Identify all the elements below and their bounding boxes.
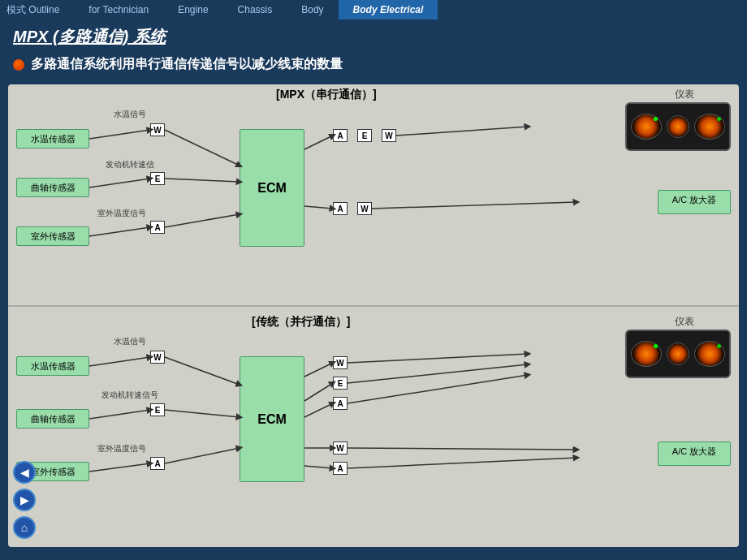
subtitle-row: 多路通信系统利用串行通信传递信号以减少线束的数量 <box>0 53 747 80</box>
top-out-A: A <box>333 129 348 142</box>
bottom-ecm-box: ECM <box>240 356 304 482</box>
top-instrument-cluster <box>625 102 731 151</box>
svg-line-1 <box>165 130 240 166</box>
gauge3 <box>694 114 725 140</box>
top-signal-label-engine: 发动机转速信 <box>106 159 154 170</box>
svg-line-21 <box>348 375 528 403</box>
svg-line-7 <box>396 127 528 136</box>
bottom-signal-label-water: 水温信号 <box>114 336 146 347</box>
svg-line-23 <box>304 466 333 468</box>
subtitle-text: 多路通信系统利用串行通信传递信号以减少线束的数量 <box>31 56 343 73</box>
top-ac-A: A <box>333 202 348 215</box>
gauge-dot1 <box>654 117 658 121</box>
bottom-ac-A: A <box>333 462 348 475</box>
bottom-section: [传统（并行通信）] 仪表 水温传感器 曲轴传感器 室外传感器 <box>8 312 739 535</box>
bottom-nav: ◀ ▶ ⌂ <box>13 461 36 539</box>
nav-item-body-electrical[interactable]: Body Electrical <box>339 0 438 19</box>
svg-line-0 <box>89 130 150 139</box>
top-out-W: W <box>382 129 396 142</box>
svg-line-12 <box>89 410 150 419</box>
bottom-signal-W1: W <box>150 351 165 364</box>
nav-item-body[interactable]: Body <box>287 0 338 19</box>
svg-line-9 <box>372 202 576 209</box>
bottom-gauge-dot1 <box>654 344 658 348</box>
top-signal-W1: W <box>150 123 165 136</box>
nav-prev-button[interactable]: ◀ <box>13 461 36 484</box>
top-crank-sensor: 曲轴传感器 <box>16 178 89 197</box>
bottom-crank-sensor: 曲轴传感器 <box>16 409 89 429</box>
section-divider <box>8 305 739 307</box>
bottom-ac-W: W <box>333 442 348 454</box>
bottom-gauge2 <box>667 342 689 365</box>
svg-line-13 <box>165 410 240 417</box>
top-out-E: E <box>357 129 372 142</box>
svg-line-8 <box>304 206 333 209</box>
svg-line-11 <box>165 357 240 385</box>
nav-item-engine[interactable]: Engine <box>163 0 222 19</box>
bottom-signal-E1: E <box>150 403 165 416</box>
bottom-signal-label-outdoor: 室外温度信号 <box>97 443 146 454</box>
svg-line-2 <box>89 179 150 187</box>
svg-line-5 <box>165 214 240 227</box>
nav-item-outline[interactable]: 模式 Outline <box>0 0 74 19</box>
top-section: [MPX（串行通信）] 仪表 水温传感器 曲轴传感器 室外传感器 <box>8 84 739 308</box>
nav-home-button[interactable]: ⌂ <box>13 516 36 539</box>
top-signal-label-water: 水温信号 <box>114 109 146 120</box>
gauge1 <box>631 114 662 140</box>
svg-line-15 <box>165 448 240 463</box>
svg-line-6 <box>304 136 333 149</box>
bottom-instrument-label: 仪表 <box>675 315 694 329</box>
bottom-water-temp-sensor: 水温传感器 <box>16 356 89 376</box>
top-ecm-box: ECM <box>240 129 304 247</box>
bottom-signal-label-engine: 发动机转速信号 <box>101 390 158 401</box>
nav-item-technician[interactable]: for Technician <box>74 0 163 19</box>
top-signal-A1: A <box>150 221 165 234</box>
bottom-instrument-cluster <box>625 330 731 378</box>
bottom-gauge1 <box>631 341 662 367</box>
bottom-section-label: [传统（并行通信）] <box>252 315 350 330</box>
top-signal-E1: E <box>150 172 165 185</box>
top-signal-label-outdoor: 室外温度信号 <box>97 208 146 219</box>
svg-line-25 <box>348 458 576 468</box>
bottom-signal-A1: A <box>150 457 165 470</box>
bottom-gauge-dot3 <box>717 344 721 348</box>
bottom-out-A: A <box>333 397 348 410</box>
svg-line-16 <box>304 363 333 377</box>
svg-line-10 <box>89 357 150 366</box>
svg-line-19 <box>348 354 528 363</box>
gauge2 <box>667 115 689 138</box>
nav-item-chassis[interactable]: Chassis <box>223 0 287 19</box>
nav-bar: 模式 Outline for Technician Engine Chassis… <box>0 0 747 19</box>
top-ac-amp: A/C 放大器 <box>658 190 731 214</box>
svg-line-18 <box>304 403 333 417</box>
bottom-out-E: E <box>333 377 348 390</box>
top-section-label: [MPX（串行通信）] <box>276 88 377 102</box>
svg-line-20 <box>348 364 528 383</box>
svg-line-17 <box>304 383 333 401</box>
bottom-gauge3 <box>694 341 725 367</box>
top-ac-W: W <box>357 202 372 215</box>
svg-line-3 <box>165 179 240 182</box>
top-outdoor-sensor: 室外传感器 <box>16 226 89 246</box>
top-instrument-label: 仪表 <box>675 88 694 101</box>
svg-line-14 <box>89 463 150 472</box>
bottom-out-W: W <box>333 356 348 369</box>
bottom-ac-amp: A/C 放大器 <box>658 442 731 466</box>
svg-line-24 <box>348 448 576 450</box>
gauge-dot3 <box>717 117 721 121</box>
diagram-area: [MPX（串行通信）] 仪表 水温传感器 曲轴传感器 室外传感器 <box>8 84 739 547</box>
svg-line-4 <box>89 227 150 236</box>
page-title: MPX (多路通信) 系统 <box>0 19 747 53</box>
bullet-icon <box>13 59 24 71</box>
nav-next-button[interactable]: ▶ <box>13 489 36 511</box>
top-water-temp-sensor: 水温传感器 <box>16 129 89 149</box>
